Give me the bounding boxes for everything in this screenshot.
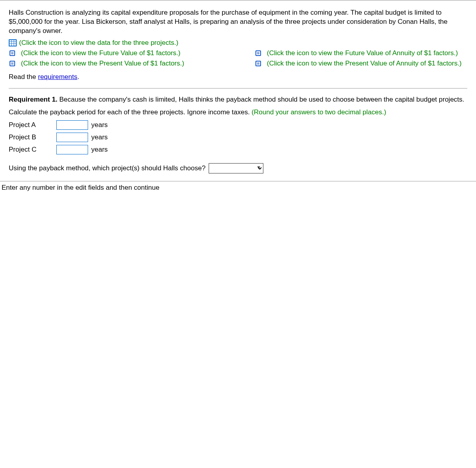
project-a-input[interactable] xyxy=(56,120,88,130)
requirement-1: Requirement 1. Because the company's cas… xyxy=(9,96,467,104)
requirements-link[interactable]: requirements xyxy=(38,73,77,81)
footer-instruction: Enter any number in the edit fields and … xyxy=(0,181,476,192)
requirement-1-label: Requirement 1. xyxy=(9,96,58,103)
link-view-projects-data[interactable]: (Click the icon to view the data for the… xyxy=(19,39,178,47)
problem-intro: Halls Construction is analyzing its capi… xyxy=(9,8,467,36)
divider xyxy=(9,88,467,89)
link-pv-1[interactable]: (Click the icon to view the Present Valu… xyxy=(21,60,184,67)
years-unit: years xyxy=(91,133,108,141)
svg-rect-0 xyxy=(9,40,16,46)
link-fva-1[interactable]: (Click the icon to view the Future Value… xyxy=(267,49,458,57)
project-c-label: Project C xyxy=(9,146,56,154)
requirement-1-text: Because the company's cash is limited, H… xyxy=(58,96,464,103)
project-a-label: Project A xyxy=(9,121,56,129)
link-pva-1[interactable]: (Click the icon to view the Present Valu… xyxy=(267,60,462,67)
rounding-hint: (Round your answers to two decimal place… xyxy=(251,108,386,116)
link-fv-1[interactable]: (Click the icon to view the Future Value… xyxy=(21,49,180,57)
book-icon[interactable] xyxy=(9,60,17,67)
book-icon[interactable] xyxy=(255,60,263,67)
project-c-input[interactable] xyxy=(56,145,88,154)
read-requirements-prefix: Read the xyxy=(9,73,38,81)
project-choice-select[interactable] xyxy=(209,163,263,173)
years-unit: years xyxy=(91,146,108,154)
project-b-label: Project B xyxy=(9,133,56,141)
grid-icon[interactable] xyxy=(9,39,17,46)
years-unit: years xyxy=(91,121,108,129)
calc-instruction: Calculate the payback period for each of… xyxy=(9,108,251,116)
choose-question: Using the payback method, which project(… xyxy=(9,164,205,172)
book-icon[interactable] xyxy=(9,50,17,57)
read-requirements-suffix: . xyxy=(77,73,79,81)
book-icon[interactable] xyxy=(255,50,263,57)
project-b-input[interactable] xyxy=(56,133,88,142)
